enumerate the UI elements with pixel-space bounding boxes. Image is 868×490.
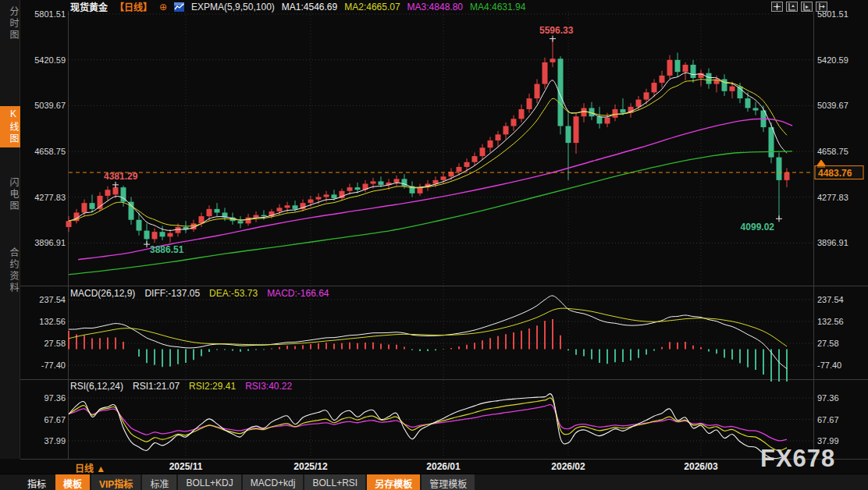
candlestick xyxy=(457,167,462,172)
date-label: 2026/01 xyxy=(426,461,461,472)
candles-layer xyxy=(66,39,790,244)
price-annotation: 4099.02 xyxy=(741,222,775,233)
candlestick xyxy=(535,84,540,98)
candlestick xyxy=(464,162,470,167)
candlestick xyxy=(285,205,290,208)
ma1-value: MA1:4546.69 xyxy=(282,2,337,12)
add-indicator-icon[interactable]: ⊕ xyxy=(159,2,167,12)
axis-tick: 3896.91 xyxy=(34,238,66,247)
extreme-marker-icon xyxy=(112,182,119,188)
candlestick xyxy=(753,108,759,110)
macd-dea-line xyxy=(69,308,787,346)
candlestick xyxy=(105,190,111,196)
axis-tick: 97.36 xyxy=(817,393,839,403)
candlestick xyxy=(207,209,212,216)
candlestick xyxy=(238,221,244,223)
chart-toolbar xyxy=(771,2,827,12)
candlestick xyxy=(488,140,493,147)
candlestick xyxy=(511,119,517,126)
axis-right-icon[interactable] xyxy=(816,2,827,12)
candlestick xyxy=(394,179,400,183)
extreme-marker-icon xyxy=(776,215,782,222)
axis-tick: 67.67 xyxy=(44,415,66,424)
sidebar-item-contract-info[interactable]: 合约资料 xyxy=(0,245,20,296)
axis-labels: 5801.515801.515420.595420.595039.675039.… xyxy=(34,9,848,472)
axis-tick: 4277.83 xyxy=(817,193,848,202)
tab-manage-template[interactable]: 管理模板 xyxy=(422,474,475,490)
rsi2-line xyxy=(69,398,787,451)
tab-standard[interactable]: 标准 xyxy=(142,474,176,490)
candlestick xyxy=(324,194,329,197)
tab-macd-kdj[interactable]: MACD+kdj xyxy=(243,474,304,490)
candlestick xyxy=(277,208,283,211)
candlestick xyxy=(621,109,626,113)
rsi3-value: RSI3:40.22 xyxy=(245,381,292,392)
trading-app-window: 5801.515801.515420.595420.595039.675039.… xyxy=(0,0,868,490)
candlestick xyxy=(355,187,361,190)
candlestick xyxy=(574,116,579,143)
current-price-value: 4483.76 xyxy=(818,168,852,179)
candlestick xyxy=(113,187,119,194)
bottom-tab-bar: 指标模板VIP指标标准BOLL+KDJMACD+kdjBOLL+RSI另存模板管… xyxy=(0,474,868,490)
tab-template[interactable]: 模板 xyxy=(55,474,90,490)
ma2-line xyxy=(69,80,787,226)
candlestick xyxy=(66,221,72,227)
sidebar-item-lightning-chart[interactable]: 闪电图 xyxy=(0,175,20,215)
candlestick xyxy=(745,98,751,108)
period-selector[interactable]: 日线 ▲ xyxy=(75,461,105,474)
extreme-marker-icon xyxy=(550,36,556,42)
tab-save-template[interactable]: 另存模板 xyxy=(367,474,420,490)
candlestick xyxy=(730,87,735,91)
candlestick xyxy=(566,126,571,144)
candlestick xyxy=(168,233,173,237)
macd-diff-line xyxy=(69,296,787,369)
candlestick xyxy=(347,187,353,191)
candlestick xyxy=(441,176,446,180)
axis-tick: 5420.59 xyxy=(34,55,66,65)
axis-tick: 132.56 xyxy=(817,317,844,326)
candlestick xyxy=(691,65,696,78)
candlestick xyxy=(542,62,548,84)
candlestick xyxy=(246,218,251,224)
candlestick xyxy=(98,196,103,209)
candlestick xyxy=(379,181,384,185)
axis-tick: 37.99 xyxy=(44,436,66,446)
candlestick xyxy=(706,73,712,84)
candlestick xyxy=(558,59,564,126)
indicator-name: EXPMA(5,9,50,100) xyxy=(191,2,275,12)
rsi-header: RSI(6,12,24) RSI1:21.07 RSI2:29.41 RSI3:… xyxy=(70,381,292,392)
candlestick xyxy=(90,203,95,209)
date-label: 2025/12 xyxy=(293,461,328,472)
sidebar-item-kline-chart[interactable]: K线图 xyxy=(0,106,20,147)
crosshair-icon[interactable] xyxy=(771,2,783,12)
axis-tick: 97.36 xyxy=(44,393,66,403)
candlestick xyxy=(418,187,423,194)
candlestick xyxy=(644,92,649,99)
sidebar-item-timeshare-chart[interactable]: 分时图 xyxy=(0,4,20,44)
candlestick xyxy=(597,116,603,123)
tab-indicators[interactable]: 指标 xyxy=(20,474,54,490)
tab-boll-kdj[interactable]: BOLL+KDJ xyxy=(178,474,240,490)
axis-tick: 237.54 xyxy=(817,295,844,304)
candlestick xyxy=(316,197,322,199)
extreme-marker-icon xyxy=(144,241,150,247)
macd-title: MACD(26,12,9) xyxy=(70,288,135,299)
candlestick xyxy=(667,60,673,76)
candlestick xyxy=(308,200,314,204)
candlestick xyxy=(293,205,298,209)
axis-left-icon[interactable] xyxy=(786,2,798,12)
axis-tick: 27.58 xyxy=(817,339,839,348)
macd-layer xyxy=(69,319,787,382)
axis-tick: 4277.83 xyxy=(34,193,66,202)
tab-boll-rsi[interactable]: BOLL+RSI xyxy=(304,474,365,490)
candlestick xyxy=(144,231,150,240)
candlestick xyxy=(784,172,790,180)
axis-tick: 67.67 xyxy=(817,415,839,424)
candlestick xyxy=(519,109,525,119)
tab-vip-indicators[interactable]: VIP指标 xyxy=(91,474,141,490)
candlestick xyxy=(613,109,618,118)
axis-tick: 4658.75 xyxy=(817,147,848,156)
date-label: 2026/02 xyxy=(551,461,585,472)
ma3-line xyxy=(78,119,792,259)
axis-bottom-icon[interactable] xyxy=(801,2,813,12)
